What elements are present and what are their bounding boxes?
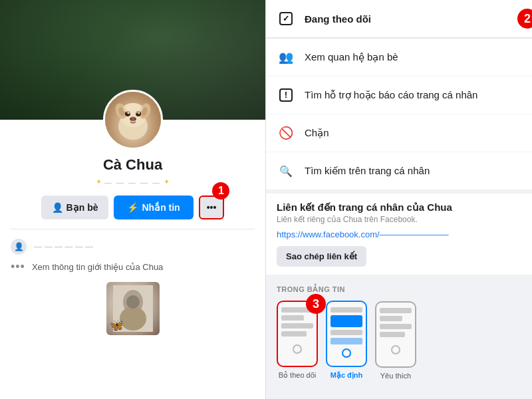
phone-circle-1 bbox=[293, 344, 302, 354]
svg-point-12 bbox=[134, 118, 135, 120]
more-button[interactable]: ••• 1 bbox=[199, 196, 225, 219]
info-avatar-icon: 👤 bbox=[11, 239, 27, 255]
left-panel: Cà Chua ✦ — — — — — ✦ 👤 Bạn bè ⚡ Nhắn ti… bbox=[0, 0, 266, 399]
following-label: Đang theo dõi bbox=[305, 13, 371, 25]
phone-line-3 bbox=[281, 323, 313, 329]
svg-point-11 bbox=[130, 118, 131, 120]
friend-icon: 👤 bbox=[52, 202, 63, 213]
relationship-label: Xem quan hệ bạn bè bbox=[305, 51, 398, 63]
feed-section: TRONG BẢNG TIN 3 Bỏ theo dõi bbox=[266, 279, 532, 384]
default-label: Mặc định bbox=[331, 371, 363, 380]
profile-avatar bbox=[103, 90, 163, 150]
phone-mockup-favorite bbox=[375, 301, 416, 368]
feed-option-default[interactable]: Mặc định bbox=[326, 301, 367, 380]
report-label: Tìm hỗ trợ hoặc báo cáo trang cá nhân bbox=[305, 89, 477, 101]
three-dots-left: ••• bbox=[11, 260, 25, 274]
messenger-icon: ⚡ bbox=[127, 202, 138, 213]
phone-circle-3 bbox=[391, 345, 400, 354]
phone-mockup-default bbox=[326, 301, 367, 367]
phone-line-2 bbox=[281, 315, 304, 321]
sparkle-right: ✦ bbox=[164, 178, 170, 186]
svg-point-17 bbox=[126, 295, 140, 309]
phone-line-f3 bbox=[380, 324, 412, 329]
unfollow-label: Bỏ theo dõi bbox=[279, 371, 317, 380]
link-section: Liên kết đến trang cá nhân của Chua Liên… bbox=[266, 194, 532, 275]
cover-photo bbox=[0, 0, 265, 120]
info-blur-text: ‎‎‎ — — — — — — bbox=[32, 242, 93, 251]
people-icon: 👥 bbox=[277, 48, 295, 66]
menu-item-block[interactable]: 🚫 Chặn bbox=[266, 114, 532, 152]
divider bbox=[11, 229, 255, 229]
phone-line-f4 bbox=[380, 332, 405, 337]
right-panel: ✓ Đang theo dõi 2 👥 Xem quan hệ bạn bè !… bbox=[266, 0, 532, 399]
action-buttons: 👤 Bạn bè ⚡ Nhắn tin ••• 1 bbox=[11, 196, 255, 219]
profile-tagline: ✦ — — — — — ✦ bbox=[96, 178, 170, 186]
sparkle-left: ✦ bbox=[96, 178, 102, 186]
see-intro-text: Xem thông tin giới thiệu của Chua bbox=[32, 262, 163, 272]
warning-icon: ! bbox=[277, 86, 295, 104]
avatar-inner bbox=[105, 92, 161, 148]
feed-option-favorite[interactable]: Yêu thích bbox=[375, 301, 416, 380]
feed-section-label: TRONG BẢNG TIN bbox=[277, 285, 521, 294]
message-label: Nhắn tin bbox=[142, 202, 180, 213]
phone-line-d3 bbox=[331, 330, 362, 335]
phone-line-4 bbox=[281, 331, 307, 336]
dog-avatar-svg bbox=[110, 96, 156, 143]
profile-name: Cà Chua bbox=[103, 156, 162, 174]
number-badge-2: 2 bbox=[517, 9, 532, 29]
svg-point-13 bbox=[123, 103, 143, 114]
checkmark-box: ✓ bbox=[279, 12, 293, 25]
link-subtitle: Liên kết riêng của Chua trên Facebook. bbox=[277, 215, 521, 224]
profile-content: Cà Chua ✦ — — — — — ✦ 👤 Bạn bè ⚡ Nhắn ti… bbox=[0, 156, 265, 343]
menu-section: ✓ Đang theo dõi 2 👥 Xem quan hệ bạn bè !… bbox=[266, 0, 532, 190]
info-row-blur: 👤 ‎‎‎ — — — — — — bbox=[11, 236, 255, 257]
butterfly-icon: 🦋 bbox=[109, 318, 124, 332]
link-title: Liên kết đến trang cá nhân của Chua bbox=[277, 201, 521, 213]
message-button[interactable]: ⚡ Nhắn tin bbox=[114, 196, 193, 219]
phone-line-d4-blue bbox=[331, 338, 362, 344]
number-badge-1: 1 bbox=[212, 182, 229, 200]
friend-label: Bạn bè bbox=[66, 202, 98, 213]
search-icon: 🔍 bbox=[277, 162, 295, 180]
info-row-dots: ••• Xem thông tin giới thiệu của Chua bbox=[11, 257, 255, 277]
menu-item-report[interactable]: ! Tìm hỗ trợ hoặc báo cáo trang cá nhân bbox=[266, 76, 532, 114]
copy-link-label: Sao chép liên kết bbox=[286, 251, 357, 261]
phone-circle-2 bbox=[342, 348, 351, 358]
friend-button[interactable]: 👤 Bạn bè bbox=[41, 196, 109, 219]
block-icon: 🚫 bbox=[277, 124, 295, 142]
menu-item-following[interactable]: ✓ Đang theo dõi 2 bbox=[266, 0, 532, 39]
number-badge-3: 3 bbox=[306, 294, 326, 314]
tagline-dashes: — — — — — bbox=[104, 178, 161, 186]
phone-line-f2 bbox=[380, 316, 402, 321]
feed-options: 3 Bỏ theo dõi Mặc định bbox=[277, 301, 521, 380]
search-label: Tìm kiếm trên trang cá nhân bbox=[305, 165, 430, 177]
feed-option-unfollow[interactable]: 3 Bỏ theo dõi bbox=[277, 301, 318, 380]
menu-item-search[interactable]: 🔍 Tìm kiếm trên trang cá nhân bbox=[266, 152, 532, 190]
phone-line-d2-blue bbox=[331, 315, 362, 327]
thumbnail-photo: 🦋 bbox=[106, 282, 160, 335]
phone-line-f1 bbox=[380, 308, 412, 313]
link-url: https://www.facebook.com/———————— bbox=[277, 229, 521, 239]
block-label: Chặn bbox=[305, 127, 329, 139]
more-dots: ••• bbox=[207, 202, 217, 213]
favorite-label: Yêu thích bbox=[380, 372, 411, 380]
menu-item-relationship[interactable]: 👥 Xem quan hệ bạn bè bbox=[266, 39, 532, 76]
phone-line-d1 bbox=[331, 307, 362, 313]
check-box-icon: ✓ bbox=[277, 9, 295, 28]
copy-link-button[interactable]: Sao chép liên kết bbox=[277, 246, 366, 267]
